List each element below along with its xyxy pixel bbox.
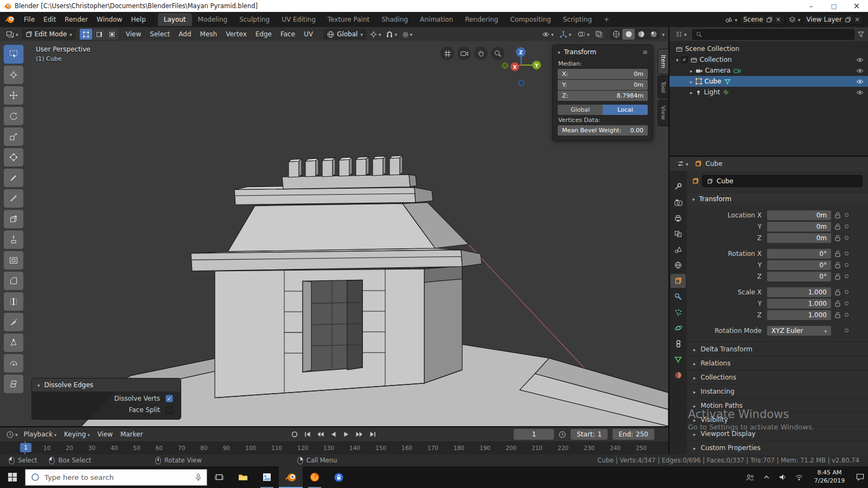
- frame-end-field[interactable]: End:250: [612, 429, 654, 440]
- pivot-point-dropdown[interactable]: [368, 29, 384, 40]
- taskbar-search-input[interactable]: [44, 473, 190, 481]
- animate-dot[interactable]: [845, 224, 848, 228]
- 3d-viewport[interactable]: User Perspective (1) Cube: [0, 41, 668, 426]
- blender-logo-icon[interactable]: [4, 16, 15, 23]
- rendered-shading-button[interactable]: [647, 29, 660, 40]
- menu-file[interactable]: File: [20, 14, 39, 25]
- animate-dot[interactable]: [845, 236, 848, 240]
- location-y-field[interactable]: 0m: [767, 222, 831, 232]
- current-frame-field[interactable]: 1: [514, 429, 554, 440]
- collection-checkbox[interactable]: [681, 56, 688, 63]
- workspace-tab-layout[interactable]: Layout: [158, 13, 192, 26]
- window-titlebar[interactable]: Blender [C:\Users\Christopher\Documents\…: [0, 0, 868, 12]
- edge-select-mode-button[interactable]: [93, 29, 105, 40]
- frame-start-field[interactable]: Start:1: [571, 429, 608, 440]
- scene-selector[interactable]: Scene: [725, 14, 784, 25]
- menu-view-timeline[interactable]: View: [93, 431, 116, 438]
- menu-render[interactable]: Render: [60, 14, 92, 25]
- unlink-scene-icon[interactable]: [776, 16, 781, 23]
- animate-dot[interactable]: [845, 252, 848, 255]
- workspace-tab-uv-editing[interactable]: UV Editing: [276, 13, 322, 26]
- show-gizmo-dropdown[interactable]: [558, 29, 573, 40]
- action-center-icon[interactable]: [852, 466, 868, 488]
- proportional-editing-toggle[interactable]: [400, 29, 414, 40]
- section-viewport-display[interactable]: Viewport Display: [687, 426, 868, 440]
- tool-cursor[interactable]: [3, 65, 24, 85]
- section-custom-properties[interactable]: Custom Properties: [687, 440, 868, 454]
- playhead-badge[interactable]: 1: [20, 443, 31, 452]
- workspace-tab-texture-paint[interactable]: Texture Paint: [322, 13, 375, 26]
- jump-prev-keyframe-button[interactable]: [315, 429, 326, 440]
- menu-keying[interactable]: Keying: [60, 431, 93, 438]
- snap-toggle[interactable]: [384, 29, 399, 40]
- lock-icon[interactable]: [831, 212, 844, 219]
- minimize-button[interactable]: [800, 0, 822, 12]
- tab-physics[interactable]: [671, 321, 686, 335]
- tool-move[interactable]: [3, 86, 24, 105]
- menu-window[interactable]: Window: [92, 14, 126, 25]
- section-delta-transform[interactable]: Delta Transform: [687, 342, 868, 356]
- outliner-row-camera[interactable]: Camera: [669, 65, 868, 76]
- view-layer-selector[interactable]: View Layer: [789, 14, 864, 25]
- tool-annotate[interactable]: [3, 168, 24, 188]
- animate-dot[interactable]: [845, 263, 848, 267]
- visibility-eye-icon[interactable]: [856, 57, 864, 62]
- outliner-row-cube[interactable]: Cube: [669, 76, 868, 87]
- tab-material[interactable]: [671, 368, 686, 382]
- shading-options-chevron[interactable]: [662, 30, 665, 38]
- visibility-eye-icon[interactable]: [856, 68, 864, 73]
- animate-dot[interactable]: [845, 329, 848, 332]
- animate-dot[interactable]: [845, 290, 848, 294]
- workspace-tab-sculpting[interactable]: Sculpting: [233, 13, 276, 26]
- lock-icon[interactable]: [831, 235, 844, 241]
- add-workspace-button[interactable]: +: [598, 13, 615, 26]
- menu-playback[interactable]: Playback: [20, 431, 61, 438]
- tool-knife[interactable]: [3, 312, 24, 332]
- face-select-mode-button[interactable]: [106, 29, 118, 40]
- tab-modifiers[interactable]: [671, 290, 686, 304]
- tab-view-layer[interactable]: [671, 227, 686, 241]
- tab-render[interactable]: [671, 195, 686, 209]
- animate-dot[interactable]: [845, 313, 848, 317]
- lockwise-app-button[interactable]: [327, 466, 350, 488]
- menu-face[interactable]: Face: [277, 30, 299, 38]
- tool-bevel[interactable]: [3, 271, 24, 291]
- global-space-button[interactable]: Global: [558, 105, 603, 115]
- menu-mesh[interactable]: Mesh: [196, 30, 221, 38]
- tool-transform[interactable]: [3, 147, 24, 167]
- menu-edge[interactable]: Edge: [252, 30, 276, 38]
- collapse-icon[interactable]: [558, 48, 560, 56]
- outliner-row-light[interactable]: Light: [669, 87, 868, 98]
- lock-icon[interactable]: [831, 273, 844, 280]
- menu-help[interactable]: Help: [126, 14, 150, 25]
- jump-to-end-button[interactable]: [367, 429, 378, 440]
- menu-add[interactable]: Add: [175, 30, 195, 38]
- firefox-button[interactable]: [303, 466, 327, 488]
- tab-object-data[interactable]: [671, 352, 686, 367]
- network-icon[interactable]: [791, 466, 807, 488]
- transform-orientation-dropdown[interactable]: Global: [323, 29, 367, 40]
- visibility-eye-icon[interactable]: [856, 79, 864, 84]
- new-scene-icon[interactable]: [767, 17, 773, 23]
- editor-type-selector[interactable]: [4, 29, 21, 40]
- start-button[interactable]: [0, 466, 25, 488]
- rotation-x-field[interactable]: 0°: [767, 249, 831, 259]
- rotation-z-field[interactable]: 0°: [767, 272, 831, 281]
- sidebar-tab-tool[interactable]: Tool: [658, 75, 668, 99]
- tool-measure[interactable]: [3, 189, 24, 208]
- object-name-field[interactable]: Cube: [702, 175, 863, 187]
- overlays-dropdown[interactable]: [576, 29, 592, 40]
- mean-bevel-weight-field[interactable]: Mean Bevel Weight:0.00: [558, 125, 648, 136]
- jump-to-start-button[interactable]: [302, 429, 313, 440]
- task-view-button[interactable]: [207, 466, 231, 488]
- expand-icon[interactable]: [676, 56, 679, 63]
- menu-uv[interactable]: UV: [300, 30, 317, 38]
- workspace-tab-scripting[interactable]: Scripting: [557, 13, 598, 26]
- pan-view-button[interactable]: [474, 47, 488, 60]
- outliner-editor-selector[interactable]: [673, 29, 689, 40]
- new-view-layer-icon[interactable]: [845, 17, 851, 23]
- solid-shading-button[interactable]: [622, 29, 635, 40]
- tool-extrude-region[interactable]: [3, 230, 24, 249]
- outliner-row-scene-collection[interactable]: Scene Collection: [669, 43, 868, 54]
- navigation-gizmo[interactable]: Z X Y: [501, 43, 544, 87]
